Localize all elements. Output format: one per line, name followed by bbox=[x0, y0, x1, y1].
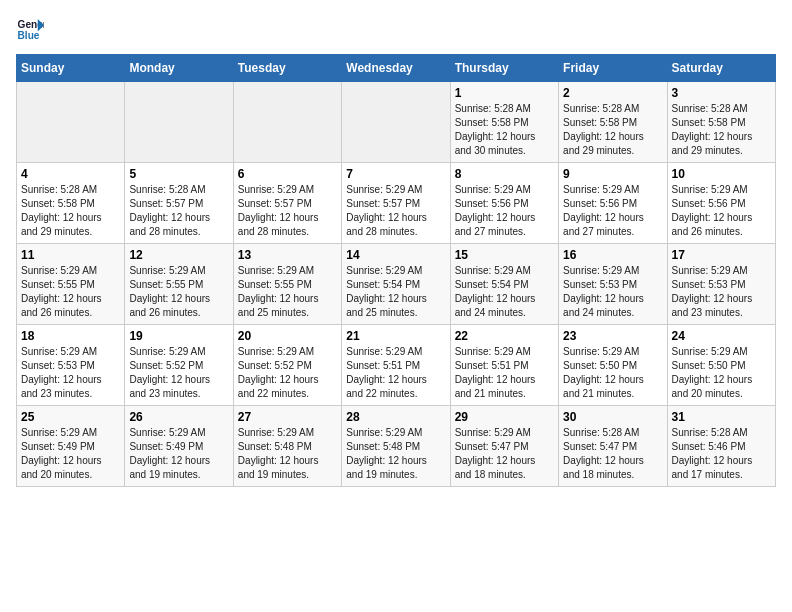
calendar-cell: 6Sunrise: 5:29 AMSunset: 5:57 PMDaylight… bbox=[233, 163, 341, 244]
day-info: Sunrise: 5:29 AMSunset: 5:49 PMDaylight:… bbox=[129, 426, 228, 482]
calendar-cell: 15Sunrise: 5:29 AMSunset: 5:54 PMDayligh… bbox=[450, 244, 558, 325]
header: General Blue bbox=[16, 16, 776, 44]
day-info: Sunrise: 5:29 AMSunset: 5:53 PMDaylight:… bbox=[672, 264, 771, 320]
calendar-cell bbox=[125, 82, 233, 163]
day-number: 27 bbox=[238, 410, 337, 424]
day-number: 12 bbox=[129, 248, 228, 262]
calendar-cell: 26Sunrise: 5:29 AMSunset: 5:49 PMDayligh… bbox=[125, 406, 233, 487]
calendar-week-2: 4Sunrise: 5:28 AMSunset: 5:58 PMDaylight… bbox=[17, 163, 776, 244]
calendar-cell: 13Sunrise: 5:29 AMSunset: 5:55 PMDayligh… bbox=[233, 244, 341, 325]
day-header-monday: Monday bbox=[125, 55, 233, 82]
day-number: 19 bbox=[129, 329, 228, 343]
calendar-cell: 2Sunrise: 5:28 AMSunset: 5:58 PMDaylight… bbox=[559, 82, 667, 163]
day-number: 5 bbox=[129, 167, 228, 181]
calendar-cell: 9Sunrise: 5:29 AMSunset: 5:56 PMDaylight… bbox=[559, 163, 667, 244]
calendar-cell: 29Sunrise: 5:29 AMSunset: 5:47 PMDayligh… bbox=[450, 406, 558, 487]
day-header-saturday: Saturday bbox=[667, 55, 775, 82]
day-number: 26 bbox=[129, 410, 228, 424]
day-number: 9 bbox=[563, 167, 662, 181]
day-info: Sunrise: 5:29 AMSunset: 5:54 PMDaylight:… bbox=[455, 264, 554, 320]
day-number: 24 bbox=[672, 329, 771, 343]
day-info: Sunrise: 5:29 AMSunset: 5:47 PMDaylight:… bbox=[455, 426, 554, 482]
day-info: Sunrise: 5:29 AMSunset: 5:53 PMDaylight:… bbox=[21, 345, 120, 401]
logo-icon: General Blue bbox=[16, 16, 44, 44]
day-info: Sunrise: 5:28 AMSunset: 5:58 PMDaylight:… bbox=[672, 102, 771, 158]
day-info: Sunrise: 5:28 AMSunset: 5:47 PMDaylight:… bbox=[563, 426, 662, 482]
calendar-cell: 1Sunrise: 5:28 AMSunset: 5:58 PMDaylight… bbox=[450, 82, 558, 163]
calendar-cell: 27Sunrise: 5:29 AMSunset: 5:48 PMDayligh… bbox=[233, 406, 341, 487]
day-info: Sunrise: 5:29 AMSunset: 5:54 PMDaylight:… bbox=[346, 264, 445, 320]
calendar-cell: 24Sunrise: 5:29 AMSunset: 5:50 PMDayligh… bbox=[667, 325, 775, 406]
day-header-tuesday: Tuesday bbox=[233, 55, 341, 82]
day-info: Sunrise: 5:29 AMSunset: 5:53 PMDaylight:… bbox=[563, 264, 662, 320]
day-info: Sunrise: 5:29 AMSunset: 5:55 PMDaylight:… bbox=[238, 264, 337, 320]
day-number: 15 bbox=[455, 248, 554, 262]
calendar-cell bbox=[233, 82, 341, 163]
logo: General Blue bbox=[16, 16, 44, 44]
day-number: 28 bbox=[346, 410, 445, 424]
day-info: Sunrise: 5:29 AMSunset: 5:49 PMDaylight:… bbox=[21, 426, 120, 482]
day-number: 6 bbox=[238, 167, 337, 181]
calendar-header-row: SundayMondayTuesdayWednesdayThursdayFrid… bbox=[17, 55, 776, 82]
day-number: 7 bbox=[346, 167, 445, 181]
day-info: Sunrise: 5:29 AMSunset: 5:48 PMDaylight:… bbox=[238, 426, 337, 482]
calendar-cell: 3Sunrise: 5:28 AMSunset: 5:58 PMDaylight… bbox=[667, 82, 775, 163]
day-number: 16 bbox=[563, 248, 662, 262]
day-info: Sunrise: 5:29 AMSunset: 5:51 PMDaylight:… bbox=[455, 345, 554, 401]
calendar-week-4: 18Sunrise: 5:29 AMSunset: 5:53 PMDayligh… bbox=[17, 325, 776, 406]
day-info: Sunrise: 5:29 AMSunset: 5:56 PMDaylight:… bbox=[672, 183, 771, 239]
day-info: Sunrise: 5:28 AMSunset: 5:58 PMDaylight:… bbox=[563, 102, 662, 158]
calendar-cell: 16Sunrise: 5:29 AMSunset: 5:53 PMDayligh… bbox=[559, 244, 667, 325]
day-number: 14 bbox=[346, 248, 445, 262]
day-info: Sunrise: 5:29 AMSunset: 5:57 PMDaylight:… bbox=[346, 183, 445, 239]
day-header-wednesday: Wednesday bbox=[342, 55, 450, 82]
day-number: 31 bbox=[672, 410, 771, 424]
day-number: 23 bbox=[563, 329, 662, 343]
day-info: Sunrise: 5:29 AMSunset: 5:56 PMDaylight:… bbox=[563, 183, 662, 239]
day-info: Sunrise: 5:29 AMSunset: 5:52 PMDaylight:… bbox=[129, 345, 228, 401]
day-number: 30 bbox=[563, 410, 662, 424]
day-number: 4 bbox=[21, 167, 120, 181]
calendar-week-5: 25Sunrise: 5:29 AMSunset: 5:49 PMDayligh… bbox=[17, 406, 776, 487]
day-header-sunday: Sunday bbox=[17, 55, 125, 82]
calendar-week-1: 1Sunrise: 5:28 AMSunset: 5:58 PMDaylight… bbox=[17, 82, 776, 163]
day-info: Sunrise: 5:29 AMSunset: 5:51 PMDaylight:… bbox=[346, 345, 445, 401]
day-number: 29 bbox=[455, 410, 554, 424]
day-header-thursday: Thursday bbox=[450, 55, 558, 82]
day-number: 21 bbox=[346, 329, 445, 343]
day-number: 8 bbox=[455, 167, 554, 181]
day-info: Sunrise: 5:29 AMSunset: 5:55 PMDaylight:… bbox=[21, 264, 120, 320]
day-info: Sunrise: 5:29 AMSunset: 5:48 PMDaylight:… bbox=[346, 426, 445, 482]
calendar-cell: 20Sunrise: 5:29 AMSunset: 5:52 PMDayligh… bbox=[233, 325, 341, 406]
day-info: Sunrise: 5:28 AMSunset: 5:57 PMDaylight:… bbox=[129, 183, 228, 239]
day-info: Sunrise: 5:29 AMSunset: 5:50 PMDaylight:… bbox=[672, 345, 771, 401]
calendar-cell: 28Sunrise: 5:29 AMSunset: 5:48 PMDayligh… bbox=[342, 406, 450, 487]
calendar-cell: 8Sunrise: 5:29 AMSunset: 5:56 PMDaylight… bbox=[450, 163, 558, 244]
calendar-cell: 21Sunrise: 5:29 AMSunset: 5:51 PMDayligh… bbox=[342, 325, 450, 406]
calendar-cell: 30Sunrise: 5:28 AMSunset: 5:47 PMDayligh… bbox=[559, 406, 667, 487]
calendar-week-3: 11Sunrise: 5:29 AMSunset: 5:55 PMDayligh… bbox=[17, 244, 776, 325]
day-number: 2 bbox=[563, 86, 662, 100]
calendar-cell: 12Sunrise: 5:29 AMSunset: 5:55 PMDayligh… bbox=[125, 244, 233, 325]
calendar-cell: 22Sunrise: 5:29 AMSunset: 5:51 PMDayligh… bbox=[450, 325, 558, 406]
calendar-cell: 10Sunrise: 5:29 AMSunset: 5:56 PMDayligh… bbox=[667, 163, 775, 244]
day-number: 3 bbox=[672, 86, 771, 100]
calendar-cell bbox=[17, 82, 125, 163]
calendar-cell: 25Sunrise: 5:29 AMSunset: 5:49 PMDayligh… bbox=[17, 406, 125, 487]
calendar-cell: 7Sunrise: 5:29 AMSunset: 5:57 PMDaylight… bbox=[342, 163, 450, 244]
calendar-cell: 17Sunrise: 5:29 AMSunset: 5:53 PMDayligh… bbox=[667, 244, 775, 325]
calendar-cell: 4Sunrise: 5:28 AMSunset: 5:58 PMDaylight… bbox=[17, 163, 125, 244]
calendar-cell: 18Sunrise: 5:29 AMSunset: 5:53 PMDayligh… bbox=[17, 325, 125, 406]
svg-text:Blue: Blue bbox=[18, 30, 40, 41]
day-number: 11 bbox=[21, 248, 120, 262]
calendar-body: 1Sunrise: 5:28 AMSunset: 5:58 PMDaylight… bbox=[17, 82, 776, 487]
day-number: 22 bbox=[455, 329, 554, 343]
day-number: 25 bbox=[21, 410, 120, 424]
day-number: 1 bbox=[455, 86, 554, 100]
calendar-cell: 11Sunrise: 5:29 AMSunset: 5:55 PMDayligh… bbox=[17, 244, 125, 325]
calendar-cell: 5Sunrise: 5:28 AMSunset: 5:57 PMDaylight… bbox=[125, 163, 233, 244]
day-info: Sunrise: 5:29 AMSunset: 5:50 PMDaylight:… bbox=[563, 345, 662, 401]
day-number: 10 bbox=[672, 167, 771, 181]
calendar-cell bbox=[342, 82, 450, 163]
day-number: 18 bbox=[21, 329, 120, 343]
